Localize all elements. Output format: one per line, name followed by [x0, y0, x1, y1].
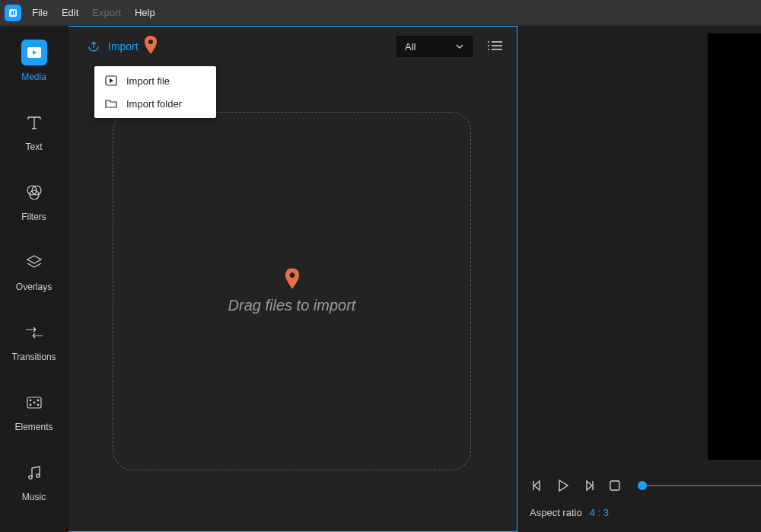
- sidebar-label: Media: [21, 72, 46, 82]
- sidebar-item-filters[interactable]: Filters: [0, 166, 68, 236]
- media-toolbar: Import All Imp: [68, 27, 517, 66]
- sidebar-label: Filters: [21, 212, 46, 222]
- svg-point-19: [488, 41, 489, 43]
- svg-rect-1: [11, 11, 13, 15]
- menu-edit[interactable]: Edit: [62, 7, 78, 18]
- media-dropzone[interactable]: Drag files to import: [113, 112, 471, 470]
- next-frame-button[interactable]: [581, 478, 597, 493]
- media-panel: Import All Imp: [68, 26, 517, 532]
- stop-button[interactable]: [607, 478, 622, 493]
- menu-export: Export: [92, 7, 121, 18]
- sidebar-item-media[interactable]: Media: [0, 26, 68, 96]
- svg-point-9: [30, 404, 31, 406]
- sidebar-label: Music: [22, 492, 46, 502]
- text-icon: [25, 113, 43, 132]
- sidebar-item-overlays[interactable]: Overlays: [0, 236, 68, 306]
- media-filter-value: All: [405, 41, 416, 53]
- file-play-icon: [105, 75, 117, 86]
- elements-icon: [25, 393, 43, 412]
- folder-icon: [105, 98, 117, 109]
- seek-slider[interactable]: [638, 485, 761, 486]
- sidebar-label: Text: [25, 142, 42, 152]
- aspect-ratio-value[interactable]: 4 : 3: [590, 507, 609, 518]
- preview-canvas: [708, 33, 761, 460]
- aspect-ratio-label: Aspect ratio: [530, 507, 582, 518]
- import-menu-label: Import folder: [126, 98, 182, 110]
- import-menu-label: Import file: [126, 75, 170, 87]
- filters-icon: [24, 183, 44, 202]
- svg-point-11: [37, 404, 39, 406]
- menu-help[interactable]: Help: [135, 7, 155, 18]
- svg-point-15: [148, 40, 153, 44]
- svg-point-21: [488, 49, 489, 50]
- transitions-icon: [24, 325, 45, 340]
- sidebar-item-elements[interactable]: Elements: [0, 376, 68, 446]
- import-label: Import: [108, 40, 139, 53]
- menu-bar: File Edit Export Help: [0, 0, 761, 26]
- music-icon: [25, 464, 43, 482]
- media-filter-dropdown[interactable]: All: [396, 36, 473, 57]
- sidebar-item-transitions[interactable]: Transitions: [0, 306, 68, 376]
- svg-point-20: [488, 45, 489, 46]
- svg-point-23: [289, 272, 295, 278]
- import-menu: Import file Import folder: [94, 66, 216, 118]
- play-button[interactable]: [556, 478, 571, 493]
- svg-rect-26: [610, 481, 619, 490]
- sidebar-label: Elements: [14, 422, 53, 432]
- sidebar-item-music[interactable]: Music: [0, 446, 68, 516]
- media-icon: [27, 46, 42, 59]
- import-folder-item[interactable]: Import folder: [94, 92, 216, 115]
- sidebar-label: Overlays: [16, 282, 52, 292]
- import-icon: [87, 40, 100, 53]
- svg-point-8: [30, 400, 31, 401]
- menu-file[interactable]: File: [32, 7, 48, 18]
- svg-rect-2: [14, 11, 15, 15]
- pointer-marker-icon: [285, 268, 299, 292]
- prev-frame-button[interactable]: [530, 478, 545, 493]
- app-logo-icon: [8, 8, 18, 18]
- app-logo: [5, 5, 21, 21]
- import-file-item[interactable]: Import file: [94, 69, 216, 92]
- seek-knob[interactable]: [638, 481, 647, 490]
- playback-controls: [530, 478, 761, 493]
- svg-point-10: [37, 400, 39, 401]
- import-button[interactable]: Import: [87, 40, 139, 53]
- chevron-down-icon: [455, 42, 464, 51]
- overlays-icon: [24, 253, 44, 272]
- aspect-ratio-row: Aspect ratio 4 : 3: [530, 507, 609, 518]
- sidebar-item-text[interactable]: Text: [0, 96, 68, 166]
- svg-point-12: [33, 402, 35, 403]
- pointer-marker-icon: [145, 36, 157, 57]
- dropzone-text: Drag files to import: [228, 297, 356, 314]
- body-area: Media Text Filters: [0, 26, 761, 532]
- sidebar-label: Transitions: [11, 352, 56, 362]
- preview-area: Aspect ratio 4 : 3: [517, 26, 761, 532]
- sidebar: Media Text Filters: [0, 26, 68, 532]
- list-view-icon: [487, 40, 502, 52]
- view-toggle-button[interactable]: [486, 37, 503, 54]
